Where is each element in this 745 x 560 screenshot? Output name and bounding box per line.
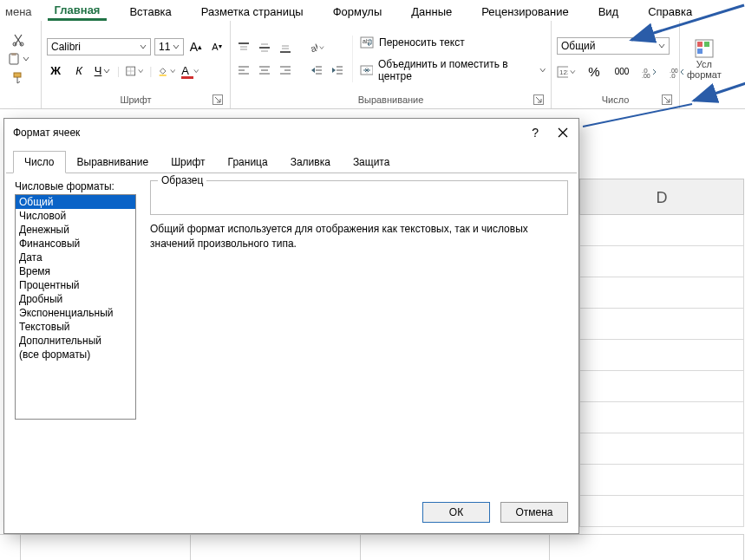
cancel-button[interactable]: Отмена (500, 502, 568, 523)
dlg-tab-number[interactable]: Число (13, 151, 66, 173)
borders-button[interactable] (126, 62, 143, 80)
format-item[interactable]: Время (16, 264, 135, 278)
orientation-button[interactable]: ab (309, 40, 324, 55)
merge-label: Объединить и поместить в центре (378, 58, 534, 82)
dlg-tab-border[interactable]: Граница (217, 151, 279, 173)
cell[interactable] (191, 534, 361, 560)
align-left-icon[interactable] (236, 62, 252, 78)
format-item[interactable]: Текстовый (16, 320, 135, 334)
decrease-font-icon[interactable]: A▾ (208, 38, 225, 55)
paste-icon[interactable] (7, 52, 29, 66)
sample-box: Образец (150, 180, 568, 215)
number-launcher[interactable] (662, 94, 672, 105)
underline-button[interactable]: Ч (94, 62, 111, 80)
svg-rect-47 (697, 49, 703, 54)
svg-text:123: 123 (559, 68, 568, 76)
cell[interactable] (579, 402, 744, 433)
alignment-group-label: Выравнивание (358, 94, 424, 105)
group-number: Общий 123 % 000 .0.00 .00.0 (552, 21, 680, 108)
format-item[interactable]: Дата (16, 251, 135, 264)
align-bottom-icon[interactable] (278, 40, 293, 55)
cell[interactable] (579, 433, 744, 465)
bold-button[interactable]: Ж (47, 62, 64, 80)
group-font: Calibri 11 A▴ A▾ Ж К Ч (42, 21, 231, 108)
dlg-tab-font[interactable]: Шрифт (160, 151, 216, 173)
cell[interactable] (579, 371, 744, 402)
tab-review[interactable]: Рецензирование (474, 3, 575, 20)
ok-button[interactable]: ОК (422, 502, 490, 523)
svg-rect-3 (11, 53, 16, 55)
svg-text:.0: .0 (670, 72, 676, 78)
cell[interactable] (579, 309, 744, 340)
align-top-icon[interactable] (236, 40, 252, 55)
font-launcher[interactable] (212, 94, 223, 105)
bottom-grid (0, 534, 745, 560)
svg-rect-46 (704, 42, 709, 47)
increase-decimal-button[interactable]: .0.00 (640, 63, 659, 81)
tab-page-layout[interactable]: Разметка страницы (194, 3, 310, 20)
decrease-indent-icon[interactable] (309, 62, 324, 78)
sheet-area: D (579, 179, 744, 560)
accounting-format-button[interactable]: 123 (557, 63, 576, 81)
cell[interactable] (579, 340, 744, 371)
conditional-formatting-button[interactable]: Усл формат (685, 38, 723, 80)
svg-text:.00: .00 (642, 73, 650, 78)
format-description: Общий формат используется для отображени… (150, 222, 568, 251)
cell[interactable] (579, 496, 744, 527)
dialog-title: Формат ячеек (13, 127, 80, 139)
align-right-icon[interactable] (278, 62, 293, 78)
tab-insert[interactable]: Вставка (122, 3, 178, 20)
increase-font-icon[interactable]: A▴ (187, 38, 205, 55)
font-group-label: Шрифт (120, 94, 151, 105)
cell[interactable] (579, 465, 744, 496)
cell[interactable] (579, 215, 744, 246)
format-painter-icon[interactable] (7, 71, 29, 85)
column-header-d[interactable]: D (579, 179, 744, 215)
cell[interactable] (579, 246, 744, 277)
tab-help[interactable]: Справка (641, 3, 699, 20)
number-format-combo[interactable]: Общий (557, 37, 670, 55)
increase-indent-icon[interactable] (330, 62, 345, 78)
format-list[interactable]: Общий Числовой Денежный Финансовый Дата … (15, 194, 136, 420)
tab-formulas[interactable]: Формулы (326, 3, 389, 20)
cell[interactable] (21, 534, 191, 560)
format-item[interactable]: Числовой (16, 209, 135, 223)
ribbon: Calibri 11 A▴ A▾ Ж К Ч (0, 21, 745, 109)
cell[interactable] (550, 534, 744, 560)
wrap-text-button[interactable]: ab Переносить текст (360, 36, 546, 49)
tab-home[interactable]: Главная (48, 2, 108, 21)
comma-button[interactable]: 000 (612, 63, 631, 81)
alignment-launcher[interactable] (533, 94, 544, 105)
format-item[interactable]: Общий (16, 195, 135, 209)
tab-view[interactable]: Вид (591, 3, 626, 20)
cell[interactable] (361, 534, 550, 560)
format-item[interactable]: (все форматы) (16, 348, 135, 361)
italic-button[interactable]: К (70, 62, 88, 80)
format-item[interactable]: Дополнительный (16, 334, 135, 348)
cell[interactable] (579, 277, 744, 309)
fill-color-button[interactable] (158, 62, 175, 80)
percent-button[interactable]: % (585, 63, 604, 81)
format-item[interactable]: Денежный (16, 223, 135, 237)
group-cond-partial: Усл формат (680, 21, 729, 108)
dlg-tab-protection[interactable]: Защита (342, 151, 402, 173)
align-middle-icon[interactable] (257, 40, 272, 55)
format-item[interactable]: Финансовый (16, 237, 135, 251)
format-item[interactable]: Экспоненциальный (16, 306, 135, 320)
dlg-tab-fill[interactable]: Заливка (279, 151, 342, 173)
format-item[interactable]: Процентный (16, 278, 135, 292)
font-name-combo[interactable]: Calibri (47, 38, 151, 55)
font-name-value: Calibri (51, 41, 81, 53)
align-center-icon[interactable] (257, 62, 272, 78)
font-size-combo[interactable]: 11 (154, 38, 184, 55)
merge-center-button[interactable]: Объединить и поместить в центре (360, 58, 546, 82)
format-item[interactable]: Дробный (16, 292, 135, 306)
cut-icon[interactable] (7, 33, 29, 47)
ribbon-tabs: мена Главная Вставка Разметка страницы Ф… (0, 0, 745, 21)
group-clipboard (0, 21, 42, 108)
dlg-tab-alignment[interactable]: Выравнивание (66, 151, 160, 173)
dialog-close-button[interactable] (556, 126, 570, 140)
font-color-button[interactable]: A (181, 62, 199, 80)
tab-data[interactable]: Данные (404, 3, 459, 20)
dialog-help-button[interactable]: ? (532, 126, 539, 140)
